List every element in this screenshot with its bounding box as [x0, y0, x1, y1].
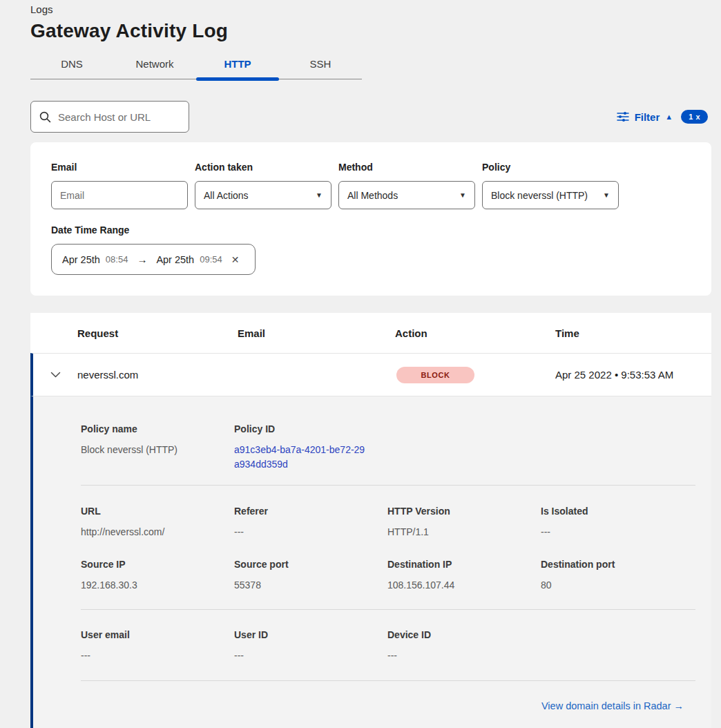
block-status-badge: BLOCK	[396, 367, 474, 383]
breadcrumb[interactable]: Logs	[30, 0, 711, 15]
destination-ip-label: Destination IP	[387, 559, 541, 570]
date-range-label: Date Time Range	[51, 224, 691, 236]
user-email-label: User email	[81, 629, 234, 640]
chevron-down-icon: ▼	[316, 191, 323, 199]
policy-name-label: Policy name	[81, 423, 234, 434]
method-select[interactable]: All Methods ▼	[338, 181, 475, 209]
action-select[interactable]: All Actions ▼	[195, 181, 331, 209]
user-email-value: ---	[81, 649, 234, 663]
user-id-value: ---	[234, 649, 387, 663]
device-id-label: Device ID	[387, 629, 541, 640]
tab-ssh[interactable]: SSH	[279, 58, 362, 79]
referer-label: Referer	[234, 506, 387, 517]
row-details: Policy name Block neverssl (HTTP) Policy…	[30, 396, 711, 728]
row-time: Apr 25 2022 • 9:53:53 AM	[555, 369, 711, 381]
user-id-label: User ID	[234, 629, 387, 640]
toolbar: Filter ▲ 1 x	[30, 101, 711, 133]
http-version-value: HTTP/1.1	[387, 525, 541, 539]
arrow-right-icon: →	[137, 253, 147, 265]
radar-details-link[interactable]: View domain details in Radar →	[541, 700, 684, 711]
source-port-value: 55378	[234, 578, 387, 593]
destination-port-label: Destination port	[541, 559, 695, 570]
time-start[interactable]: 08:54	[106, 254, 128, 265]
header-email: Email	[238, 327, 395, 339]
header-time: Time	[555, 327, 711, 339]
clear-date-icon[interactable]: ✕	[231, 254, 240, 265]
method-select-value: All Methods	[347, 190, 398, 201]
chevron-down-icon: ▼	[459, 191, 466, 199]
url-label: URL	[81, 506, 234, 517]
policy-name-value: Block neverssl (HTTP)	[81, 443, 234, 457]
search-icon	[39, 111, 51, 123]
search-box[interactable]	[30, 101, 189, 133]
url-value: http://neverssl.com/	[81, 525, 234, 539]
chevron-down-icon: ▼	[603, 191, 610, 199]
email-filter-label: Email	[51, 162, 188, 173]
log-table: Request Email Action Time neverssl.com B…	[30, 313, 711, 728]
filter-toggle[interactable]: Filter ▲ 1 x	[617, 110, 708, 124]
date-range-picker[interactable]: Apr 25th 08:54 → Apr 25th 09:54 ✕	[51, 244, 256, 275]
policy-filter-label: Policy	[482, 162, 619, 173]
destination-port-value: 80	[541, 578, 695, 593]
method-filter-label: Method	[338, 162, 475, 173]
is-isolated-label: Is Isolated	[541, 506, 695, 517]
tab-http[interactable]: HTTP	[196, 58, 279, 79]
tab-network[interactable]: Network	[113, 58, 196, 79]
collapse-arrow-icon: ▲	[665, 113, 673, 121]
tab-dns[interactable]: DNS	[30, 58, 113, 79]
log-type-tabs: DNS Network HTTP SSH	[30, 58, 362, 79]
source-ip-label: Source IP	[81, 559, 234, 570]
filter-panel: Email Action taken All Actions ▼ Method …	[30, 142, 711, 296]
action-select-value: All Actions	[204, 190, 249, 201]
table-row[interactable]: neverssl.com BLOCK Apr 25 2022 • 9:53:53…	[30, 353, 711, 396]
search-input[interactable]	[58, 111, 175, 123]
date-end[interactable]: Apr 25th	[156, 254, 194, 265]
chevron-down-icon[interactable]	[50, 372, 61, 378]
destination-ip-value: 108.156.107.44	[387, 578, 541, 593]
date-start[interactable]: Apr 25th	[62, 254, 100, 265]
policy-id-link[interactable]: a91c3eb4-ba7a-4201-be72-29a934dd359d	[234, 443, 365, 472]
referer-value: ---	[234, 525, 387, 539]
header-request: Request	[77, 327, 238, 339]
table-header: Request Email Action Time	[30, 313, 711, 353]
header-action: Action	[395, 327, 555, 339]
row-request: neverssl.com	[77, 369, 238, 381]
filter-icon	[617, 111, 629, 122]
policy-id-label: Policy ID	[234, 423, 387, 434]
http-version-label: HTTP Version	[387, 506, 541, 517]
time-end[interactable]: 09:54	[200, 254, 222, 265]
policy-select-value: Block neverssl (HTTP)	[491, 190, 588, 201]
source-ip-value: 192.168.30.3	[81, 578, 234, 593]
policy-select[interactable]: Block neverssl (HTTP) ▼	[482, 181, 619, 209]
filter-label: Filter	[635, 111, 660, 123]
source-port-label: Source port	[234, 559, 387, 570]
email-filter-input[interactable]	[51, 181, 188, 209]
is-isolated-value: ---	[541, 525, 695, 539]
filter-count-badge: 1 x	[681, 110, 708, 124]
page-title: Gateway Activity Log	[30, 20, 711, 42]
action-filter-label: Action taken	[195, 162, 331, 173]
device-id-value: ---	[387, 649, 541, 663]
